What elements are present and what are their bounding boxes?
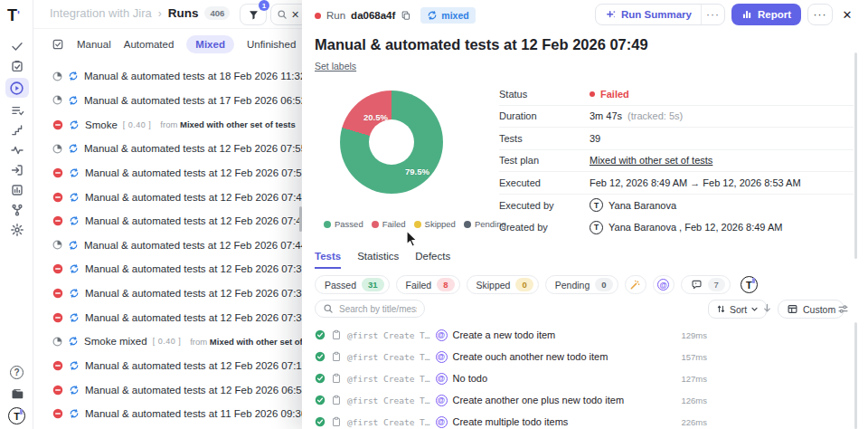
run-title: Manual & automated tests at 12 Feb 2026 … [85,312,302,323]
run-list-item[interactable]: Smoke[ 0.40 ]from Mixed with other set o… [33,112,302,137]
run-title: Manual & automated tests at 18 Feb 2026 … [84,71,302,81]
test-list-item[interactable]: @first Create T…@No todo127ms [302,367,868,389]
detail-scrollbar[interactable] [854,52,857,259]
sidebar-item-results[interactable] [6,102,28,118]
run-detail-panel: Run da068a4f mixed Run Summary ··· Repor… [302,0,868,429]
passed-check-icon [315,351,326,362]
suite-icon [331,351,342,362]
run-list-item[interactable]: Manual & automated tests at 18 Feb 2026 … [33,64,302,89]
run-summary-more-button[interactable]: ··· [701,5,724,24]
more-actions-button[interactable]: ··· [807,4,833,25]
run-list-item[interactable]: Manual & automated tests at 12 Feb 2026 … [33,377,302,402]
search-input[interactable]: ✕ [270,4,302,25]
test-suite-path: @first Create T… [347,396,430,405]
breadcrumb-project[interactable]: Integration with Jira [50,6,152,20]
run-list-item[interactable]: Manual & automated tests at 12 Feb 2026 … [33,305,302,329]
sidebar-item-branch[interactable] [6,202,28,217]
test-suite-path: @first Create T… [347,374,430,384]
run-list-item[interactable]: Manual & automated tests at 17 Feb 2026 … [33,89,302,113]
detail-tabs: TestsStatisticsDefects [315,251,450,269]
run-list-item[interactable]: Manual & automated tests at 11 Feb 2026 … [33,402,302,426]
run-list-item[interactable]: Manual & automated tests at 12 Feb 2026 … [33,209,302,234]
test-list-item[interactable]: @first Create T…@Create another one plus… [302,389,868,411]
run-details-table: StatusFailedDuration3m 47s (tracked: 5s)… [499,83,854,239]
sidebar-item-pulse[interactable] [6,142,28,157]
detail-tab-defects[interactable]: Defects [415,251,450,269]
sidebar-item-board[interactable] [6,58,28,73]
automation-filter-button[interactable]: @ [653,275,675,294]
test-duration: 126ms [660,396,707,405]
sidebar-item-report[interactable] [6,182,28,197]
test-list-item[interactable]: @first Create T…@Create ouch another new… [302,346,868,367]
breadcrumb-page[interactable]: Runs [168,6,199,20]
tests-search-input[interactable] [315,300,425,318]
app-logo[interactable]: T' [7,5,27,25]
filter-pill-skipped[interactable]: Skipped0 [467,275,539,294]
download-icon[interactable] [761,302,773,314]
close-icon[interactable]: ✕ [839,4,855,25]
import-icon [10,163,24,177]
projects-icon[interactable] [6,386,28,401]
run-list-item[interactable]: Manual & automated tests at 12 Feb 2026 … [33,161,302,186]
run-list-item[interactable]: Manual & automated tests at 12 Feb 2026 … [33,257,302,281]
board-icon [10,59,24,73]
field-muted: (tracked: 5s) [627,110,683,121]
chevron-down-icon [750,305,759,313]
sidebar-item-settings[interactable] [6,222,28,237]
help-icon[interactable]: ? [10,366,24,379]
field-label: Duration [499,110,590,121]
test-list-item[interactable]: @first Create T…@Create multiple todo it… [302,411,868,429]
failed-status-icon [52,408,63,419]
failed-percent-label: 20.5% [363,112,388,122]
sidebar-item-check[interactable] [6,38,28,53]
detail-tab-tests[interactable]: Tests [315,251,341,269]
run-list-item[interactable]: Manual & automated tests at 12 Feb 2026 … [33,281,302,306]
magic-wand-button[interactable] [625,275,646,294]
sidebar-item-runs[interactable] [5,78,29,98]
tab-mixed[interactable]: Mixed [186,35,234,53]
run-title: Manual & automated tests at 17 Feb 2026 … [84,95,302,106]
set-labels-link[interactable]: Set labels [315,61,356,72]
table-icon [787,303,798,315]
run-list-item[interactable]: Smoke mixed[ 0.40 ]from Mixed with other… [33,329,302,354]
tests-list: @first Create T…@Create a new todo item1… [302,324,868,429]
tests-scrollbar[interactable] [854,322,857,429]
runs-icon [9,81,24,96]
filter-pill-pending[interactable]: Pending0 [545,275,618,294]
copy-icon[interactable] [401,10,411,21]
sliders-icon[interactable] [837,303,849,315]
results-donut-chart: 20.5% 79.5% [340,91,443,194]
field-label: Executed [499,177,590,188]
sidebar-item-import[interactable] [6,162,28,177]
report-button[interactable]: Report [731,4,801,25]
account-avatar[interactable]: T [8,407,25,424]
breadcrumb: Integration with Jira › Runs 406 [50,6,230,20]
clear-search-icon[interactable]: ✕ [291,9,299,21]
field-value[interactable]: Mixed with other set of tests [590,155,712,166]
custom-columns-button[interactable]: Custom [778,300,844,319]
field-value: Failed [590,89,629,100]
tests-toolbar: Sort Custom [302,300,868,319]
tab-automated[interactable]: Automated [124,39,175,50]
select-runs-checkbox-icon[interactable] [52,38,64,51]
assignee-avatar[interactable]: T [741,276,758,293]
sort-button[interactable]: Sort [708,300,767,319]
legend-label: Failed [382,219,406,229]
tab-manual[interactable]: Manual [77,39,111,50]
run-summary-button[interactable]: Run Summary [596,9,701,21]
run-list-item[interactable]: Manual & automated tests at 12 Feb 2026 … [33,233,302,257]
comments-button[interactable]: 7 [681,275,731,294]
tab-unfinished[interactable]: Unfinished [247,39,296,50]
tests-search-field[interactable] [337,303,419,315]
test-list-item[interactable]: @first Create T…@Create a new todo item1… [302,324,868,346]
run-list-item[interactable]: Manual & automated tests at 12 Feb 2026 … [33,354,302,378]
filter-pill-failed[interactable]: Failed8 [396,275,460,294]
runs-header: Integration with Jira › Runs 406 1 ✕ [33,0,302,29]
sidebar-item-steps[interactable] [6,122,28,138]
run-list-item[interactable]: Manual & automated tests at 12 Feb 2026 … [33,185,302,209]
pill-count: 31 [362,278,384,291]
filter-pill-passed[interactable]: Passed31 [315,275,390,294]
run-list-item[interactable]: Manual & automated tests at 12 Feb 2026 … [33,137,302,161]
detail-tab-statistics[interactable]: Statistics [357,251,399,269]
user-avatar: T [590,198,603,212]
